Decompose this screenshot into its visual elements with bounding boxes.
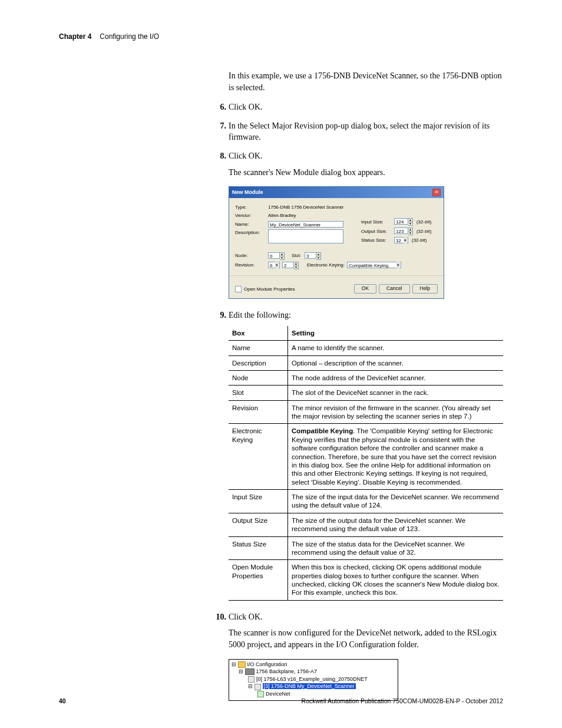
cell-setting: The minor revision of the firmware in th… (288, 400, 504, 424)
status-size-unit: (32-bit) (412, 237, 427, 243)
output-size-stepper[interactable]: 123▲▼ (394, 228, 413, 235)
node-stepper[interactable]: 0▲▼ (268, 252, 285, 260)
page-number: 40 (59, 697, 66, 704)
page-header: Chapter 4 Configuring the I/O (59, 32, 503, 41)
open-module-properties-label: Open Module Properties (244, 286, 295, 292)
cell-box: Revision (229, 400, 288, 424)
table-row: Input SizeThe size of the input data for… (229, 490, 503, 513)
cell-box: Node (229, 370, 288, 385)
step-8: 8. Click OK. The scanner's New Module di… (229, 150, 503, 299)
cell-setting: The size of the output data for the Devi… (288, 513, 504, 536)
revision-major-select[interactable]: 6 (268, 262, 280, 268)
network-icon (257, 691, 264, 697)
step-9: 9. Edit the following: Box Setting NameA… (229, 309, 503, 601)
input-size-unit: (32-bit) (416, 219, 431, 225)
module-icon (254, 684, 261, 690)
cell-setting: The node address of the DeviceNet scanne… (288, 370, 504, 385)
vendor-value: Allen-Bradley (268, 212, 296, 219)
intro-paragraph: In this example, we use a 1756-DNB Devic… (229, 70, 503, 93)
page-footer: 40 Rockwell Automation Publication 750CO… (59, 697, 503, 704)
vendor-label: Vendor: (235, 212, 268, 219)
folder-icon (238, 661, 246, 668)
cell-box: Electronic Keying (229, 424, 288, 490)
tree-backplane[interactable]: ⊟ 1756 Backplane, 1756-A7 (232, 668, 395, 676)
table-row: SlotThe slot of the DeviceNet scanner in… (229, 386, 503, 400)
col-setting: Setting (288, 326, 504, 341)
cell-setting: The size of the input data for the Devic… (288, 490, 504, 513)
node-label: Node: (235, 252, 268, 259)
new-module-dialog: New Module × Type: 1756-DNB 1756 DeviceN… (229, 186, 444, 299)
table-row: DescriptionOptional – description of the… (229, 355, 503, 370)
status-size-select[interactable]: 32 (394, 237, 408, 243)
input-size-label: Input Size: (361, 219, 394, 225)
step-7: 7. In the Select Major Revision pop-up d… (229, 120, 503, 143)
electronic-keying-label: Electronic Keying: (307, 262, 345, 268)
type-value: 1756-DNB 1756 DeviceNet Scanner (268, 204, 344, 210)
step-10: 10. Click OK. The scanner is now configu… (229, 611, 503, 701)
step-number: 9. (214, 309, 226, 321)
col-box: Box (229, 326, 288, 341)
step-text: Click OK. (229, 612, 263, 621)
cell-setting: When this box is checked, clicking OK op… (288, 560, 504, 601)
cell-box: Name (229, 341, 288, 355)
step-10-result: The scanner is now configured for the De… (229, 627, 503, 650)
chapter-number: Chapter 4 (59, 32, 91, 41)
step-text: Click OK. (229, 151, 263, 160)
description-input[interactable] (268, 229, 343, 243)
cell-box: Input Size (229, 490, 288, 513)
cell-box: Slot (229, 386, 288, 400)
table-row: NodeThe node address of the DeviceNet sc… (229, 370, 503, 385)
table-header-row: Box Setting (229, 326, 503, 341)
name-label: Name: (235, 221, 268, 228)
close-icon[interactable]: × (432, 189, 441, 196)
cell-box: Output Size (229, 513, 288, 536)
revision-label: Revision: (235, 262, 268, 268)
step-6: 6. Click OK. (229, 101, 503, 113)
open-module-properties-checkbox[interactable]: Open Module Properties (235, 286, 295, 292)
cell-setting: The slot of the DeviceNet scanner in the… (288, 386, 504, 400)
cancel-button[interactable]: Cancel (379, 284, 409, 294)
help-button[interactable]: Help (412, 284, 438, 294)
tree-scanner[interactable]: ⊟ [3] 1756-DNB My_DeviceNet_Scanner (232, 683, 395, 690)
tree-controller[interactable]: [0] 1756-L63 v16_Example_using_20750DNET (232, 676, 395, 683)
step-number: 6. (214, 101, 226, 113)
module-icon (248, 676, 254, 683)
table-row: NameA name to identify the scanner. (229, 341, 503, 355)
revision-minor-stepper[interactable]: 2▲▼ (282, 262, 299, 269)
cell-setting: The size of the status data for the Devi… (288, 536, 504, 560)
cell-box: Open Module Properties (229, 560, 288, 601)
tree-root[interactable]: ⊟ I/O Configuration (232, 661, 395, 668)
publication-info: Rockwell Automation Publication 750COM-U… (302, 697, 503, 704)
rack-icon (245, 668, 254, 675)
chapter-title: Configuring the I/O (100, 32, 159, 41)
minus-icon: ⊟ (248, 683, 253, 689)
electronic-keying-select[interactable]: Compatible Keying (347, 262, 401, 268)
table-row: Open Module PropertiesWhen this box is c… (229, 560, 503, 601)
step-text: In the Select Major Revision pop-up dial… (229, 121, 490, 142)
description-label: Description: (235, 229, 268, 236)
status-size-label: Status Size: (361, 237, 394, 243)
slot-label: Slot: (285, 252, 301, 259)
input-size-stepper[interactable]: 124▲▼ (394, 218, 413, 226)
tree-network[interactable]: DeviceNet (232, 690, 395, 698)
minus-icon: ⊟ (232, 661, 236, 667)
table-row: RevisionThe minor revision of the firmwa… (229, 400, 503, 424)
slot-stepper[interactable]: 3▲▼ (305, 252, 321, 260)
step-8-result: The scanner's New Module dialog box appe… (229, 167, 503, 179)
type-label: Type: (235, 204, 268, 210)
table-row: Output SizeThe size of the output data f… (229, 513, 503, 536)
step-number: 7. (214, 120, 226, 132)
minus-icon: ⊟ (239, 668, 243, 674)
ok-button[interactable]: OK (354, 284, 376, 294)
step-text: Edit the following: (229, 311, 291, 319)
settings-table: Box Setting NameA name to identify the s… (229, 326, 503, 601)
cell-setting: A name to identify the scanner. (288, 341, 504, 355)
step-text: Click OK. (229, 103, 263, 111)
cell-setting: Optional – description of the scanner. (288, 355, 504, 370)
output-size-label: Output Size: (361, 228, 394, 235)
name-input[interactable]: My_DeviceNet_Scanner (268, 221, 343, 228)
step-number: 8. (214, 150, 226, 162)
io-config-tree: ⊟ I/O Configuration ⊟ 1756 Backplane, 17… (229, 659, 398, 701)
cell-box: Description (229, 355, 288, 370)
table-row: Electronic KeyingCompatible Keying. The … (229, 424, 503, 490)
